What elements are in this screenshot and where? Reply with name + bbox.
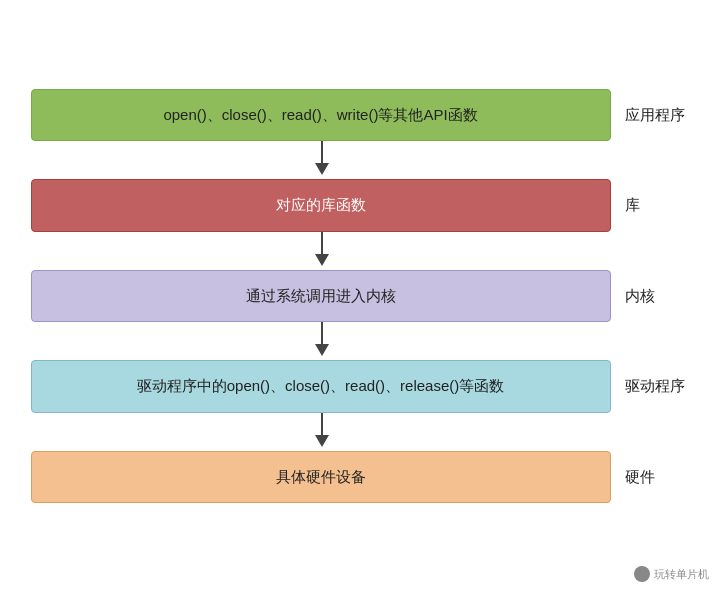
app-label: 应用程序 bbox=[611, 106, 691, 125]
arrow-line-2 bbox=[321, 232, 323, 256]
lib-label: 库 bbox=[611, 196, 691, 215]
driver-row: 驱动程序中的open()、close()、read()、release()等函数… bbox=[31, 360, 691, 413]
watermark-text: 玩转单片机 bbox=[654, 567, 709, 582]
arrow-line-4 bbox=[321, 413, 323, 437]
diagram-container: open()、close()、read()、write()等其他API函数 应用… bbox=[21, 69, 701, 524]
kernel-row: 通过系统调用进入内核 内核 bbox=[31, 270, 691, 323]
kernel-label: 内核 bbox=[611, 287, 691, 306]
lib-row: 对应的库函数 库 bbox=[31, 179, 691, 232]
arrow-head-3 bbox=[315, 344, 329, 356]
arrow-line-3 bbox=[321, 322, 323, 346]
arrow-head-2 bbox=[315, 254, 329, 266]
kernel-box: 通过系统调用进入内核 bbox=[31, 270, 611, 323]
hardware-box: 具体硬件设备 bbox=[31, 451, 611, 504]
arrow-4 bbox=[31, 413, 691, 451]
arrow-2 bbox=[31, 232, 691, 270]
driver-label: 驱动程序 bbox=[611, 377, 691, 396]
app-box: open()、close()、read()、write()等其他API函数 bbox=[31, 89, 611, 142]
arrow-3 bbox=[31, 322, 691, 360]
watermark: 玩转单片机 bbox=[634, 566, 709, 582]
arrow-head-1 bbox=[315, 163, 329, 175]
lib-box: 对应的库函数 bbox=[31, 179, 611, 232]
hardware-row: 具体硬件设备 硬件 bbox=[31, 451, 691, 504]
watermark-icon bbox=[634, 566, 650, 582]
driver-box: 驱动程序中的open()、close()、read()、release()等函数 bbox=[31, 360, 611, 413]
hardware-label: 硬件 bbox=[611, 468, 691, 487]
app-row: open()、close()、read()、write()等其他API函数 应用… bbox=[31, 89, 691, 142]
arrow-head-4 bbox=[315, 435, 329, 447]
arrow-line-1 bbox=[321, 141, 323, 165]
arrow-1 bbox=[31, 141, 691, 179]
